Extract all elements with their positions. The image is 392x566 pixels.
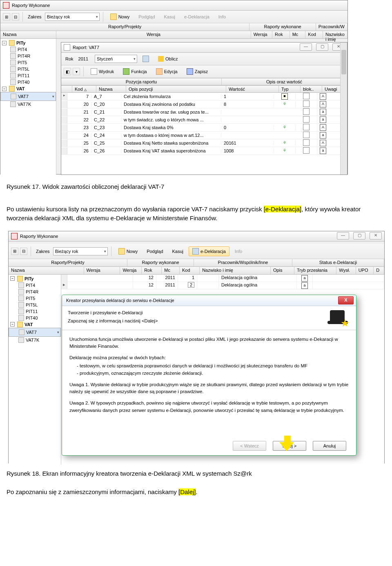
col-wartosc[interactable]: Wartość: [226, 86, 279, 92]
table-row[interactable]: ▸1220112Deklaracja ogólnaa: [61, 282, 384, 289]
col-opis[interactable]: Opis pozycji: [126, 86, 226, 92]
col-nazwa[interactable]: Nazwa: [9, 267, 84, 274]
tree-pit40[interactable]: PIT40: [9, 315, 61, 321]
tree-sidebar[interactable]: –PITy PIT4 PIT4R PIT5 PIT5L PIT11 PIT40 …: [0, 39, 56, 175]
collapse-icon[interactable]: –: [2, 41, 7, 45]
tree-pit4[interactable]: PIT4: [0, 46, 56, 53]
col-d[interactable]: D: [374, 267, 384, 274]
month-select[interactable]: Styczeń: [95, 55, 137, 63]
tree-pit5l[interactable]: PIT5L: [9, 302, 61, 308]
col-rok[interactable]: Rok: [142, 267, 162, 274]
collapse-icon[interactable]: –: [2, 87, 7, 91]
col-rok[interactable]: Rok: [272, 31, 290, 38]
tree-pit4[interactable]: PIT4: [9, 282, 61, 289]
col-kod[interactable]: Kod △: [72, 86, 96, 92]
collapse-icon[interactable]: –: [10, 322, 15, 327]
tree-vat7k[interactable]: VAT7K: [9, 337, 61, 343]
tree-pit40[interactable]: PIT40: [0, 79, 56, 85]
tree-pit11[interactable]: PIT11: [0, 72, 56, 79]
funkcja-button[interactable]: Funkcja: [119, 67, 151, 76]
dialog-titlebar[interactable]: Kreator przesyłania deklaracji do serwis…: [62, 295, 356, 306]
table-row[interactable]: 1220111Deklaracja ogólnaa: [61, 275, 384, 282]
col-typ[interactable]: Typ: [279, 86, 301, 92]
column-header-bar-2: Nazwa Wersja Wersja Rok Mc Kod Nazwisko …: [9, 267, 384, 275]
col-wysl[interactable]: Wysł.: [336, 267, 356, 274]
podglad-button[interactable]: Podgląd: [135, 13, 158, 21]
grid-row[interactable]: 23C_23Dostawa Kraj stawka 0%0⚘A: [61, 124, 347, 132]
maximize-button[interactable]: ▢: [316, 43, 328, 51]
tree-vat7k[interactable]: VAT7K: [0, 101, 56, 107]
collapse-icon[interactable]: –: [10, 276, 15, 281]
tree-pit11[interactable]: PIT11: [9, 308, 61, 315]
grid-row[interactable]: 25C_25Dostawa Kraj Netto stawka superobn…: [61, 139, 347, 147]
back-button[interactable]: < Wstecz: [233, 441, 266, 451]
cancel-button[interactable]: Anuluj: [313, 441, 346, 451]
zakres-select[interactable]: Bieżący rok: [53, 247, 108, 255]
tree-pit5[interactable]: PIT5: [9, 295, 61, 302]
glyph-1[interactable]: ◧: [64, 68, 71, 75]
tree-pit5l[interactable]: PIT5L: [0, 66, 56, 72]
minimize-button[interactable]: —: [337, 232, 349, 239]
dialog-close-button[interactable]: X: [338, 296, 354, 304]
kasuj-button[interactable]: Kasuj: [169, 247, 187, 255]
col-wersja2[interactable]: Wersja: [120, 267, 142, 274]
col-wersja[interactable]: Wersja: [84, 267, 120, 274]
edeklaracja-button-active[interactable]: e-Deklaracja: [189, 246, 229, 256]
grid-row[interactable]: 24C_24 w tym dostawa o której mowa w art…: [61, 132, 347, 139]
col-nazwa[interactable]: Nazwa: [0, 31, 56, 38]
tree-pit4r[interactable]: PIT4R: [9, 289, 61, 295]
podglad-button[interactable]: Podgląd: [143, 247, 167, 255]
toolbar-glyph-1[interactable]: ⊞: [11, 248, 18, 255]
col-mc[interactable]: Mc: [162, 267, 180, 274]
grid-row[interactable]: 22C_22 w tym świadcz. usług o których mo…: [61, 116, 347, 124]
close-button[interactable]: ✕: [370, 232, 382, 239]
calc-button[interactable]: [139, 54, 153, 64]
tree-pity[interactable]: –PITy: [9, 275, 61, 282]
tree-pity[interactable]: –PITy: [0, 40, 56, 46]
minimize-button[interactable]: —: [300, 43, 312, 51]
tree-vat7[interactable]: VAT7: [0, 92, 56, 101]
grid-row[interactable]: 20C_20Dostawa Kraj zwolniona od podatku8…: [61, 101, 347, 108]
oblicz-button[interactable]: Oblicz: [154, 54, 182, 63]
col-tryb[interactable]: Tryb przesłania: [294, 267, 336, 274]
glyph-2[interactable]: ▾: [73, 68, 80, 75]
col-nazwisko[interactable]: Nazwisko i imię: [200, 267, 271, 274]
col-mc[interactable]: Mc: [290, 31, 306, 38]
grid-row[interactable]: 26C_26Dostawa Kraj VAT stawka superobniż…: [61, 147, 347, 155]
info-button[interactable]: Info: [231, 247, 246, 255]
tree-vat[interactable]: –VAT: [9, 321, 61, 328]
col-nazwa2[interactable]: Nazwa: [96, 86, 126, 92]
tree-pit5[interactable]: PIT5: [0, 59, 56, 66]
grid-body[interactable]: ▸7A_7Cel złożenia formularza1■A20C_20Dos…: [61, 93, 347, 174]
grid-row[interactable]: ▸7A_7Cel złożenia formularza1■A: [61, 93, 347, 101]
kasuj-button[interactable]: Kasuj: [160, 13, 179, 21]
toolbar-glyph-1[interactable]: ⊞: [3, 13, 10, 20]
col-blok[interactable]: blok..: [301, 86, 322, 92]
toolbar-glyph-2[interactable]: ⊟: [12, 13, 19, 20]
tree-vat[interactable]: –VAT: [0, 85, 56, 92]
col-kod[interactable]: Kod: [180, 267, 200, 274]
zapisz-button[interactable]: Zapisz: [183, 67, 212, 76]
toolbar-glyph-2[interactable]: ⊟: [20, 248, 27, 255]
col-upo[interactable]: UPO: [356, 267, 374, 274]
zakres-select[interactable]: Bieżący rok: [45, 13, 100, 21]
col-opis[interactable]: Opis: [271, 267, 294, 274]
tree-sidebar-2[interactable]: –PITy PIT4 PIT4R PIT5 PIT5L PIT11 PIT40 …: [9, 275, 61, 465]
edeklaracja-button[interactable]: e-Deklaracja: [180, 13, 213, 21]
maximize-button[interactable]: ▢: [353, 232, 365, 239]
nowy-button[interactable]: Nowy: [115, 246, 142, 256]
edycja-button[interactable]: Edycja: [152, 67, 181, 76]
scrollbar-vertical[interactable]: [340, 78, 347, 174]
tree-vat7[interactable]: VAT7: [9, 328, 61, 337]
col-kod[interactable]: Kod: [305, 31, 323, 38]
col-wersja2[interactable]: Wersja: [251, 31, 272, 38]
nowy-button[interactable]: Nowy: [107, 12, 134, 22]
col-nazwisko[interactable]: Nazwisko i imię: [323, 31, 347, 38]
col-wersja[interactable]: Wersja: [56, 31, 251, 38]
doc-icon: [64, 44, 70, 51]
info-button[interactable]: Info: [215, 13, 229, 21]
tree-pit4r[interactable]: PIT4R: [0, 53, 56, 59]
grid-row[interactable]: 21C_21Dostawa towarów oraz św. usług poz…: [61, 108, 347, 116]
wydruk-button[interactable]: Wydruk: [87, 67, 118, 76]
next-button[interactable]: Dalej >: [273, 441, 306, 451]
